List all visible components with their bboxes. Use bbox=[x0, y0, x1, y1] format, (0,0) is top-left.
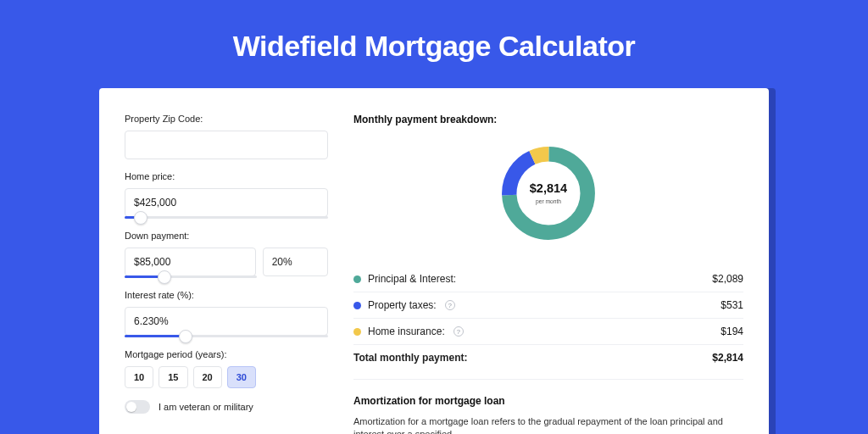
rate-slider[interactable] bbox=[125, 335, 328, 337]
calculator-card: Property Zip Code: Home price: Down paym… bbox=[99, 88, 769, 434]
legend-label: Home insurance: bbox=[368, 326, 445, 337]
breakdown-column: Monthly payment breakdown: $2,814 per mo… bbox=[353, 114, 743, 434]
veteran-toggle[interactable] bbox=[125, 400, 150, 414]
legend-value: $531 bbox=[721, 299, 743, 311]
dot-icon bbox=[353, 275, 361, 283]
veteran-label: I am veteran or military bbox=[159, 402, 253, 412]
zip-group: Property Zip Code: bbox=[125, 114, 328, 159]
zip-label: Property Zip Code: bbox=[125, 114, 328, 124]
down-slider-thumb[interactable] bbox=[158, 270, 171, 284]
donut-center-label: per month bbox=[536, 198, 561, 205]
rate-label: Interest rate (%): bbox=[125, 290, 328, 300]
legend-label: Principal & Interest: bbox=[368, 273, 456, 285]
donut-chart: $2,814 per month bbox=[353, 134, 743, 253]
donut-center-value: $2,814 bbox=[530, 181, 567, 195]
rate-input[interactable] bbox=[125, 307, 328, 336]
down-group: Down payment: bbox=[125, 231, 328, 278]
amortization-title: Amortization for mortgage loan bbox=[353, 395, 743, 407]
price-input[interactable] bbox=[125, 188, 328, 217]
period-label: Mortgage period (years): bbox=[125, 349, 328, 359]
amortization-text: Amortization for a mortgage loan refers … bbox=[353, 415, 743, 434]
total-label: Total monthly payment: bbox=[353, 352, 467, 364]
period-options: 10 15 20 30 bbox=[125, 366, 328, 388]
info-icon[interactable]: ? bbox=[453, 326, 464, 337]
price-slider-thumb[interactable] bbox=[134, 211, 147, 225]
down-label: Down payment: bbox=[125, 231, 328, 241]
donut-svg: $2,814 per month bbox=[497, 142, 600, 245]
veteran-row: I am veteran or military bbox=[125, 400, 328, 414]
down-slider[interactable] bbox=[125, 275, 257, 278]
rate-group: Interest rate (%): bbox=[125, 290, 328, 337]
price-label: Home price: bbox=[125, 171, 328, 181]
down-amount-input[interactable] bbox=[125, 248, 256, 276]
total-value: $2,814 bbox=[712, 352, 743, 364]
dot-icon bbox=[353, 328, 361, 336]
breakdown-title: Monthly payment breakdown: bbox=[353, 114, 743, 125]
veteran-toggle-knob bbox=[126, 402, 136, 412]
info-icon[interactable]: ? bbox=[445, 300, 455, 310]
form-column: Property Zip Code: Home price: Down paym… bbox=[125, 114, 328, 434]
legend-taxes: Property taxes: ? $531 bbox=[353, 292, 743, 319]
legend-value: $2,089 bbox=[712, 273, 743, 285]
legend-value: $194 bbox=[721, 326, 743, 337]
amortization-section: Amortization for mortgage loan Amortizat… bbox=[353, 379, 743, 434]
price-slider[interactable] bbox=[125, 216, 328, 219]
period-group: Mortgage period (years): 10 15 20 30 bbox=[125, 349, 328, 388]
legend-insurance: Home insurance: ? $194 bbox=[353, 319, 743, 345]
zip-input[interactable] bbox=[125, 131, 328, 159]
period-option-20[interactable]: 20 bbox=[193, 366, 222, 388]
price-group: Home price: bbox=[125, 171, 328, 219]
period-option-10[interactable]: 10 bbox=[125, 366, 153, 388]
page-title: Widefield Mortgage Calculator bbox=[0, 0, 868, 88]
rate-slider-thumb[interactable] bbox=[179, 330, 192, 343]
legend-label: Property taxes: bbox=[368, 299, 437, 311]
legend-total: Total monthly payment: $2,814 bbox=[353, 345, 743, 370]
down-percent-input[interactable] bbox=[263, 248, 328, 276]
legend-principal: Principal & Interest: $2,089 bbox=[353, 266, 743, 292]
period-option-30[interactable]: 30 bbox=[227, 366, 256, 388]
dot-icon bbox=[353, 302, 361, 309]
period-option-15[interactable]: 15 bbox=[159, 366, 187, 388]
